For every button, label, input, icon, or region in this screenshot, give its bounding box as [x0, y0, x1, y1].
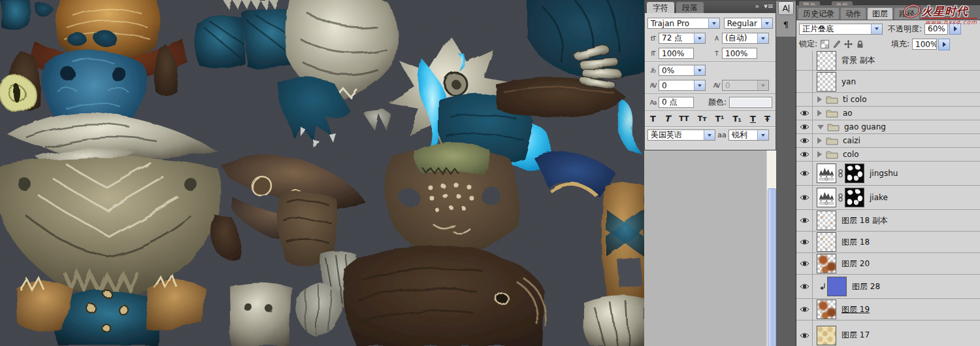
layer-name[interactable]: jingshu [870, 169, 898, 178]
panel-menu-icon[interactable]: ▾≡ [764, 2, 774, 10]
layer-row[interactable]: ti colo [796, 93, 980, 107]
lock-paint-brush-icon[interactable] [832, 40, 841, 49]
strikethrough-button[interactable]: Ŧ [764, 113, 770, 125]
horizontal-scale-input[interactable]: 100% [722, 48, 757, 59]
superscript-button[interactable]: T¹ [715, 113, 724, 125]
visibility-toggle-empty[interactable] [796, 93, 813, 106]
tracking-select[interactable]: 0 [722, 80, 769, 91]
visibility-eye-icon[interactable] [796, 107, 813, 120]
visibility-eye-icon[interactable] [796, 299, 813, 320]
layer-thumbnail[interactable] [817, 72, 836, 92]
leading-select[interactable]: (自动) [722, 33, 769, 44]
visibility-eye-icon[interactable] [796, 162, 813, 185]
character-panel-icon[interactable]: A [778, 1, 794, 15]
layer-mask-thumbnail[interactable] [845, 188, 864, 207]
small-caps-button[interactable]: Tᴛ [698, 113, 707, 125]
layer-thumbnail[interactable] [817, 232, 836, 252]
expand-group-icon[interactable] [817, 110, 825, 116]
visibility-eye-icon[interactable] [796, 320, 813, 346]
chevron-down-icon[interactable] [757, 130, 768, 140]
layer-row[interactable]: colo [796, 148, 980, 162]
layer-row[interactable]: caizi [796, 134, 980, 148]
underline-button[interactable]: T [750, 113, 756, 125]
faux-bold-button[interactable]: T [650, 113, 656, 125]
faux-italic-button[interactable]: T [664, 113, 670, 125]
layer-row-body[interactable]: 图层 19 [813, 299, 980, 320]
layer-name[interactable]: 图层 19 [841, 304, 870, 315]
tab-character[interactable]: 字符 [647, 2, 674, 13]
layer-row[interactable]: ao [796, 107, 980, 120]
visibility-eye-icon[interactable] [796, 210, 813, 231]
layer-row-body[interactable]: ti colo [813, 93, 980, 106]
layer-row-body[interactable]: 图层 20 [813, 253, 980, 274]
visibility-eye-icon[interactable] [796, 120, 813, 133]
collapse-group-icon[interactable] [817, 125, 824, 133]
layer-row-body[interactable]: 图层 18 [813, 232, 980, 252]
layer-thumbnail[interactable] [817, 211, 836, 230]
lock-position-move-icon[interactable] [843, 40, 853, 49]
layer-row-body[interactable]: yan [813, 71, 980, 92]
kerning-select[interactable]: 0 [659, 80, 706, 91]
visibility-toggle-empty[interactable] [796, 51, 813, 70]
expand-group-icon[interactable] [817, 151, 825, 158]
layer-row[interactable]: 图层 19 [796, 299, 980, 320]
layer-name[interactable]: 图层 20 [841, 258, 870, 269]
chevron-down-icon[interactable] [708, 18, 719, 28]
layer-row-body[interactable]: caizi [813, 134, 980, 147]
visibility-toggle-empty[interactable] [796, 71, 813, 92]
opacity-input[interactable]: 60% [924, 24, 948, 35]
adjustment-layer-thumbnail[interactable] [817, 164, 836, 183]
chevron-down-icon[interactable] [694, 65, 705, 75]
layer-row-body[interactable]: 图层 17 [813, 320, 980, 346]
expand-group-icon[interactable] [817, 96, 825, 103]
chevron-down-icon[interactable] [704, 130, 715, 140]
paragraph-panel-icon[interactable]: ¶ [778, 18, 794, 31]
layer-row-body[interactable]: colo [813, 148, 980, 161]
mask-link-icon[interactable] [838, 169, 843, 178]
layer-row[interactable]: gao guang [796, 120, 980, 134]
layer-row[interactable]: 图层 20 [796, 253, 980, 275]
layer-thumbnail[interactable] [817, 51, 836, 71]
layer-row[interactable]: 图层 17 [796, 320, 980, 346]
fill-input[interactable]: 100% [912, 39, 937, 50]
layer-row-body[interactable]: 图层 28 [813, 275, 980, 298]
layer-name[interactable]: 图层 17 [841, 330, 870, 341]
document-canvas[interactable] [0, 0, 644, 346]
tab-paths[interactable]: 路径 [894, 8, 919, 20]
vertical-scale-input[interactable]: 100% [659, 48, 694, 59]
layer-row-body[interactable]: 图层 18 副本 [813, 210, 980, 231]
layer-row-body[interactable]: ao [813, 107, 980, 120]
layer-row[interactable]: jiake [796, 186, 980, 210]
layer-name[interactable]: 图层 28 [852, 281, 880, 292]
tab-actions[interactable]: 动作 [841, 8, 866, 20]
layer-name[interactable]: jiake [870, 193, 888, 202]
chevron-down-icon[interactable] [871, 24, 882, 34]
visibility-eye-icon[interactable] [796, 253, 813, 274]
lock-transparency-icon[interactable] [820, 40, 830, 49]
chevron-down-icon[interactable] [694, 80, 705, 90]
fill-spinner[interactable] [938, 39, 950, 50]
layer-row-body[interactable]: 背景 副本 [813, 51, 980, 70]
layer-row-body[interactable]: jingshu [813, 162, 980, 185]
tab-swatches[interactable]: 色板 [832, 1, 853, 5]
chevron-down-icon[interactable] [761, 18, 772, 28]
adjustment-layer-thumbnail[interactable] [817, 188, 836, 207]
layer-row-body[interactable]: jiake [813, 186, 980, 209]
all-caps-button[interactable]: TT [679, 113, 689, 125]
layer-row[interactable]: jingshu [796, 162, 980, 186]
mask-link-icon[interactable] [838, 193, 843, 202]
blend-mode-select[interactable]: 正片叠底 [799, 24, 883, 35]
font-style-select[interactable]: Regular [724, 18, 773, 29]
visibility-eye-icon[interactable] [796, 186, 813, 209]
layer-row[interactable]: 图层 28 [796, 275, 980, 299]
layer-thumbnail[interactable] [817, 254, 836, 273]
layer-name[interactable]: yan [841, 77, 856, 86]
tab-color[interactable]: 颜色 [799, 1, 820, 5]
layer-thumbnail[interactable] [827, 277, 847, 296]
opacity-spinner[interactable] [949, 23, 961, 35]
lock-all-icon[interactable] [855, 40, 865, 49]
layer-thumbnail[interactable] [817, 300, 836, 319]
layer-name[interactable]: colo [843, 150, 859, 159]
layer-name[interactable]: gao guang [844, 122, 886, 131]
scrollbar-thumb[interactable] [768, 188, 776, 346]
